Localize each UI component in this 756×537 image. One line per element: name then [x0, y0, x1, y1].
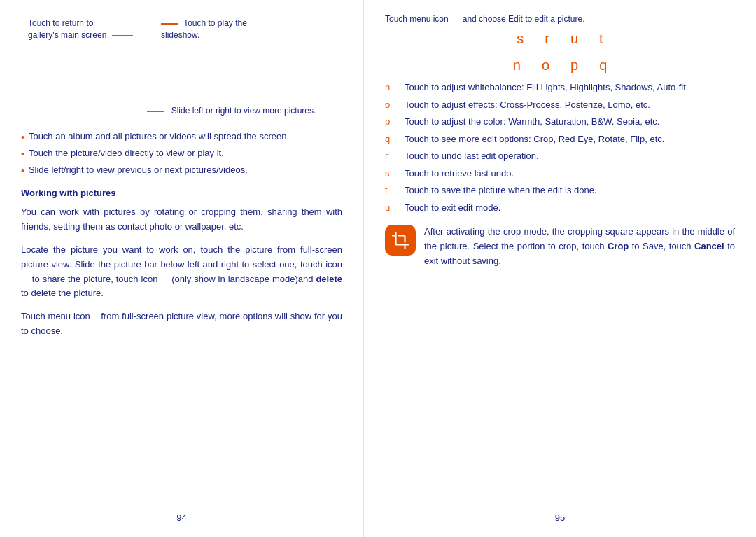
- bullet-text: Slide left/right to view previous or nex…: [29, 165, 248, 175]
- crop-description: After activating the crop mode, the crop…: [424, 225, 735, 268]
- letter-r: r: [545, 31, 550, 47]
- bullet-dot: •: [21, 148, 24, 160]
- page-number-right: 95: [555, 512, 565, 523]
- delete-bold: delete: [316, 274, 342, 284]
- crop-icon: [385, 225, 416, 256]
- para1: You can work with pictures by rotating o…: [21, 205, 342, 235]
- cancel-bold: Cancel: [694, 241, 724, 251]
- option-letter-t: t: [385, 183, 399, 197]
- letter-o: o: [542, 57, 550, 74]
- letter-p: p: [570, 57, 578, 74]
- option-text-q: Touch to see more edit options: Crop, Re…: [405, 132, 664, 146]
- list-item: p Touch to adjust the color: Warmth, Sat…: [385, 115, 735, 129]
- letter-s: s: [517, 31, 524, 47]
- option-letter-q: q: [385, 132, 399, 146]
- slide-line-marker: [147, 111, 164, 112]
- letter-n: n: [513, 57, 521, 74]
- letters-row-1: s r u t: [385, 31, 735, 47]
- list-item: • Slide left/right to view previous or n…: [21, 165, 342, 177]
- list-item: o Touch to adjust effects: Cross-Process…: [385, 98, 735, 112]
- option-text-p: Touch to adjust the color: Warmth, Satur…: [405, 115, 659, 129]
- letter-q: q: [599, 57, 607, 74]
- crop-svg-icon: [391, 231, 410, 249]
- slideshow-text: Touch to play theslideshow.: [161, 18, 247, 40]
- annotation-slideshow: Touch to play theslideshow.: [161, 18, 247, 41]
- list-item: q Touch to see more edit options: Crop, …: [385, 132, 735, 146]
- bullet-list: • Touch an album and all pictures or vid…: [21, 131, 342, 178]
- edit-options-list: n Touch to adjust whitebalance: Fill Lig…: [385, 81, 735, 214]
- choose-edit-text: and choose Edit to edit a picture.: [463, 14, 585, 24]
- option-letter-r: r: [385, 149, 399, 163]
- option-text-u: Touch to exit edit mode.: [405, 201, 500, 215]
- bullet-text: Touch the picture/video directly to view…: [29, 148, 224, 158]
- para3: Touch menu icon from full-screen picture…: [21, 309, 342, 339]
- top-annotations-left: Touch to return togallery's main screen …: [21, 14, 342, 63]
- option-letter-p: p: [385, 115, 399, 129]
- list-item: n Touch to adjust whitebalance: Fill Lig…: [385, 81, 735, 95]
- working-heading: Working with pictures: [21, 188, 342, 198]
- right-page: Touch menu icon and choose Edit to edit …: [364, 0, 756, 537]
- return-text: Touch to return togallery's main screen: [28, 18, 106, 40]
- para2: Locate the picture you want to work on, …: [21, 243, 342, 301]
- option-letter-u: u: [385, 201, 399, 215]
- bullet-dot: •: [21, 131, 24, 144]
- option-text-r: Touch to undo last edit operation.: [405, 149, 539, 163]
- bullet-text: Touch an album and all pictures or video…: [29, 131, 289, 141]
- slide-annotation: Slide left or right to view more picture…: [21, 105, 342, 117]
- list-item: t Touch to save the picture when the edi…: [385, 183, 735, 197]
- letter-t: t: [599, 31, 603, 47]
- option-text-n: Touch to adjust whitebalance: Fill Light…: [405, 81, 688, 95]
- return-line-marker: [112, 35, 133, 36]
- list-item: • Touch an album and all pictures or vid…: [21, 131, 342, 144]
- letters-row-2: n o p q: [385, 57, 735, 74]
- list-item: r Touch to undo last edit operation.: [385, 149, 735, 163]
- left-page: Touch to return togallery's main screen …: [0, 0, 364, 537]
- touch-menu-text: Touch menu icon: [385, 14, 449, 24]
- annotation-return: Touch to return togallery's main screen: [28, 18, 133, 41]
- option-text-t: Touch to save the picture when the edit …: [405, 183, 597, 197]
- option-letter-n: n: [385, 81, 399, 95]
- option-letter-o: o: [385, 98, 399, 112]
- option-text-s: Touch to retrieve last undo.: [405, 167, 514, 181]
- crop-bold: Crop: [608, 241, 629, 251]
- option-text-o: Touch to adjust effects: Cross-Process, …: [405, 98, 650, 112]
- bullet-dot: •: [21, 165, 24, 177]
- option-letter-s: s: [385, 167, 399, 181]
- list-item: s Touch to retrieve last undo.: [385, 167, 735, 181]
- page-number-left: 94: [176, 512, 186, 523]
- slide-annotation-text: Slide left or right to view more picture…: [172, 106, 316, 116]
- list-item: u Touch to exit edit mode.: [385, 201, 735, 215]
- letter-u: u: [570, 31, 578, 47]
- crop-section: After activating the crop mode, the crop…: [385, 225, 735, 268]
- right-top-annotation: Touch menu icon and choose Edit to edit …: [385, 14, 735, 24]
- slideshow-line-marker: [161, 23, 178, 25]
- list-item: • Touch the picture/video directly to vi…: [21, 148, 342, 160]
